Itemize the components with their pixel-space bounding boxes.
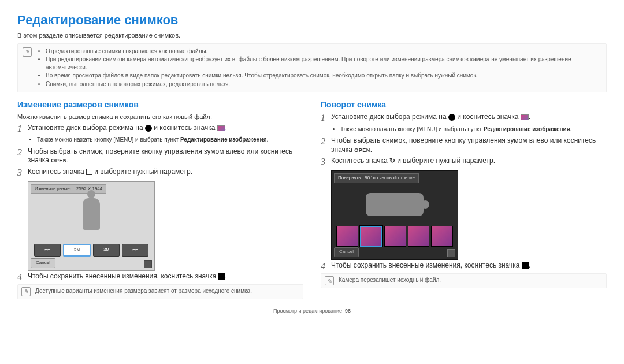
thumbnail[interactable] — [384, 226, 406, 247]
step4-text: Чтобы сохранить внесенные изменения, кос… — [331, 261, 522, 269]
cancel-button[interactable]: Cancel — [334, 247, 359, 257]
thumbnail-selected[interactable] — [360, 226, 383, 247]
resize-icon — [86, 169, 92, 175]
step1-sub: Также можно нажать кнопку [MENU] и выбра… — [321, 125, 607, 133]
size-button[interactable]: ⌐⌐ — [122, 244, 148, 257]
cancel-button[interactable]: Cancel — [31, 258, 55, 268]
step1-sub: Также можно нажать кнопку [MENU] и выбра… — [17, 136, 303, 144]
size-button-selected[interactable]: 5м — [63, 244, 91, 257]
page-number: 98 — [345, 308, 351, 314]
rotate-screen-preview: Повернуть : 90° по часовой стрелке Cance… — [331, 170, 458, 260]
info-icon: ✎ — [23, 47, 32, 57]
step1-sub-item: Также можно нажать кнопку [MENU] и выбра… — [340, 125, 607, 133]
step-1: 1 Установите диск выбора режима на и кос… — [17, 124, 303, 134]
gallery-icon — [521, 114, 529, 120]
step-number: 1 — [17, 124, 28, 134]
info-bullet: Во время просмотра файлов в виде папок р… — [46, 72, 601, 80]
thumbnail[interactable] — [431, 226, 453, 247]
step-text: Коснитесь значка и выберите нужный парам… — [28, 168, 192, 178]
main-info-box: ✎ Отредактированные снимки сохраняются к… — [17, 43, 607, 93]
size-button[interactable]: 3м — [93, 244, 120, 257]
step-number: 4 — [321, 261, 331, 272]
save-icon — [218, 273, 225, 280]
info-bullet: Отредактированные снимки сохраняются как… — [46, 47, 601, 55]
rotate-title: Поворот снимка — [321, 99, 607, 110]
intro-text: В этом разделе описывается редактировани… — [17, 31, 607, 40]
size-button-bar: ⌐⌐ 5м 3м ⌐⌐ — [34, 244, 148, 257]
rotate-column: Поворот снимка 1 Установите диск выбора … — [321, 99, 607, 299]
step3-text-b: и выберите нужный параметр. — [94, 168, 192, 176]
step1-text-b: и коснитесь значка — [457, 113, 520, 121]
step-number: 1 — [321, 113, 331, 123]
footer-section: Просмотр и редактирование — [273, 308, 342, 314]
resize-note-box: ✎ Доступные варианты изменения размера з… — [17, 284, 303, 299]
step-3: 3 Коснитесь значка ↻ и выберите нужный п… — [321, 157, 607, 167]
rotate-note-text: Камера перезапишет исходный файл. — [339, 276, 441, 284]
info-icon: ✎ — [21, 287, 31, 296]
step-number: 2 — [17, 147, 28, 165]
info-icon: ✎ — [325, 276, 334, 285]
step2-text: Чтобы выбрать снимок, поверните кнопку у… — [331, 136, 596, 154]
size-button[interactable]: ⌐⌐ — [34, 244, 61, 257]
step-number: 4 — [17, 272, 28, 283]
step-4: 4 Чтобы сохранить внесенные изменения, к… — [321, 261, 607, 272]
content-columns: Изменение размеров снимков Можно изменит… — [17, 99, 607, 299]
info-bullet: При редактировании снимков камера автома… — [46, 55, 601, 71]
step1-sub-item: Также можно нажать кнопку [MENU] и выбра… — [37, 136, 303, 144]
open-label: OPEN — [51, 158, 67, 164]
step3-text-a: Коснитесь значка — [28, 168, 86, 176]
step-4: 4 Чтобы сохранить внесенные изменения, к… — [17, 272, 303, 283]
step3-text-a: Коснитесь значка — [331, 157, 389, 165]
step4-text: Чтобы сохранить внесенные изменения, кос… — [28, 272, 218, 280]
step1-text-a: Установите диск выбора режима на — [28, 124, 145, 132]
rotate-icon: ↻ — [389, 157, 395, 166]
step1-text-a: Установите диск выбора режима на — [331, 113, 448, 121]
step-text: Чтобы выбрать снимок, поверните кнопку у… — [331, 136, 607, 154]
save-icon — [522, 262, 529, 269]
open-label: OPEN — [354, 147, 370, 153]
save-icon[interactable] — [447, 249, 455, 257]
rotate-screen-label: Повернуть : 90° по часовой стрелке — [334, 173, 419, 183]
gallery-icon — [217, 125, 225, 131]
step-text: Чтобы сохранить внесенные изменения, кос… — [28, 272, 227, 283]
step-number: 2 — [321, 136, 331, 154]
step-number: 3 — [17, 168, 28, 178]
info-list: Отредактированные снимки сохраняются как… — [36, 47, 601, 89]
page-title: Редактирование снимков — [17, 12, 607, 29]
step1-sub-text: Также можно нажать кнопку [MENU] и выбра… — [340, 126, 484, 132]
step-number: 3 — [321, 157, 331, 167]
step1-text-b: и коснитесь значка — [154, 124, 217, 132]
step1-sub-bold: Редактирование изображения — [180, 136, 267, 143]
resize-subtitle: Можно изменить размер снимка и сохранить… — [17, 113, 303, 121]
thumbnail-strip — [336, 226, 453, 247]
step-2: 2 Чтобы выбрать снимок, поверните кнопку… — [321, 136, 607, 154]
save-icon[interactable] — [144, 260, 152, 268]
step1-sub-bold: Редактирование изображения — [484, 126, 570, 132]
step-text: Установите диск выбора режима на и косни… — [28, 124, 227, 134]
silhouette — [74, 190, 109, 248]
silhouette-rotated — [366, 193, 424, 216]
step-text: Коснитесь значка ↻ и выберите нужный пар… — [331, 157, 495, 167]
thumbnail[interactable] — [408, 226, 430, 247]
step-1: 1 Установите диск выбора режима на и кос… — [321, 113, 607, 123]
step-2: 2 Чтобы выбрать снимок, поверните кнопку… — [17, 147, 303, 165]
thumbnail[interactable] — [336, 226, 358, 247]
step-3: 3 Коснитесь значка и выберите нужный пар… — [17, 168, 303, 178]
resize-column: Изменение размеров снимков Можно изменит… — [17, 99, 303, 299]
step3-text-b: и выберите нужный параметр. — [397, 157, 495, 165]
step-text: Установите диск выбора режима на и косни… — [331, 113, 530, 123]
step2-text: Чтобы выбрать снимок, поверните кнопку у… — [28, 147, 292, 165]
step-text: Чтобы сохранить внесенные изменения, кос… — [331, 261, 530, 272]
resize-screen-preview: Изменить размер : 2592 X 1944 ⌐⌐ 5м 3м ⌐… — [28, 181, 155, 271]
resize-note-text: Доступные варианты изменения размера зав… — [35, 287, 252, 295]
resize-title: Изменение размеров снимков — [17, 99, 303, 110]
step-text: Чтобы выбрать снимок, поверните кнопку у… — [28, 147, 303, 165]
mode-dial-icon — [145, 125, 152, 132]
mode-dial-icon — [448, 114, 455, 121]
rotate-note-box: ✎ Камера перезапишет исходный файл. — [321, 273, 607, 288]
step1-sub-text: Также можно нажать кнопку [MENU] и выбра… — [37, 136, 180, 143]
page-footer: Просмотр и редактирование 98 — [17, 307, 607, 314]
info-bullet: Снимки, выполненные в некоторых режимах,… — [46, 80, 601, 88]
